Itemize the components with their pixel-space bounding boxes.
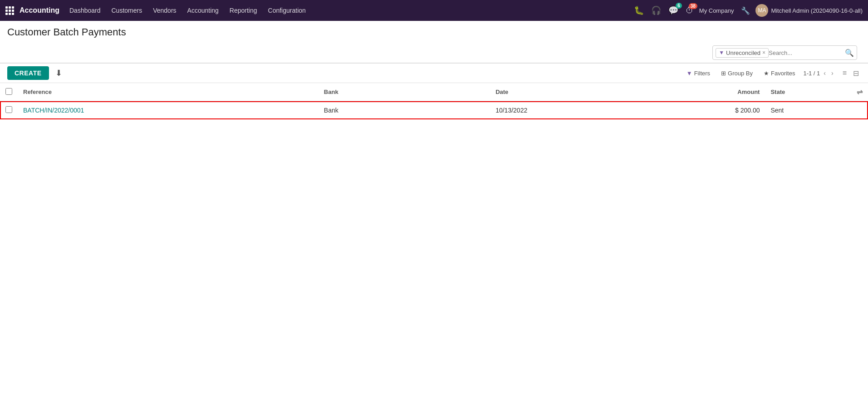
- app-brand[interactable]: Accounting: [5, 6, 59, 15]
- top-nav-icons: 🐛 🎧 💬 6 ⏱ 38 My Company 🔧 MA Mitchell Ad…: [632, 4, 863, 17]
- search-icon[interactable]: 🔍: [845, 49, 854, 57]
- avatar: MA: [755, 4, 768, 17]
- table-body: BATCH/IN/2022/0001 Bank 10/13/2022 $ 200…: [0, 101, 868, 119]
- clock-icon[interactable]: ⏱ 38: [684, 4, 696, 17]
- row-state: Sent: [765, 101, 851, 119]
- row-checkbox[interactable]: [5, 106, 12, 113]
- groupby-label: Group By: [728, 70, 753, 77]
- wrench-icon[interactable]: 🔧: [739, 5, 752, 17]
- nav-accounting[interactable]: Accounting: [183, 0, 223, 21]
- pagination-next[interactable]: ›: [829, 69, 835, 78]
- headset-icon[interactable]: 🎧: [649, 4, 663, 17]
- download-icon: ⬇: [55, 69, 62, 78]
- pivot-view-icon: ⊟: [853, 69, 859, 77]
- th-checkbox: [0, 83, 18, 101]
- table-container: Reference Bank Date Amount State ⇌ B: [0, 83, 868, 119]
- row-amount: $ 200.00: [662, 101, 765, 119]
- filter-tag-label: Unreconciled: [726, 49, 760, 56]
- page-header: Customer Batch Payments: [0, 21, 868, 38]
- company-name: My Company: [699, 7, 734, 14]
- filter-icon: ▼: [687, 70, 692, 77]
- user-name: Mitchell Admin (20204090-16-0-all): [771, 7, 863, 14]
- filter-tag-close-icon[interactable]: ×: [762, 49, 765, 56]
- main-content: Customer Batch Payments ▼ Unreconciled ×…: [0, 21, 868, 408]
- th-reference[interactable]: Reference: [18, 83, 319, 101]
- toolbar-right: ▼ Filters ⊞ Group By ★ Favorites 1-1 / 1…: [684, 68, 861, 79]
- app-name: Accounting: [20, 6, 59, 15]
- row-actions: [851, 101, 868, 119]
- list-view-icon: ≡: [843, 69, 847, 77]
- th-extra: ⇌: [851, 83, 868, 101]
- row-bank: Bank: [319, 101, 490, 119]
- th-amount[interactable]: Amount: [662, 83, 765, 101]
- nav-configuration[interactable]: Configuration: [264, 0, 310, 21]
- search-bar[interactable]: ▼ Unreconciled × 🔍: [712, 45, 857, 60]
- th-bank[interactable]: Bank: [319, 83, 490, 101]
- download-button[interactable]: ⬇: [53, 66, 65, 80]
- top-navigation: Accounting Dashboard Customers Vendors A…: [0, 0, 868, 21]
- nav-vendors[interactable]: Vendors: [148, 0, 181, 21]
- toolbar: CREATE ⬇ ▼ Filters ⊞ Group By ★ Favorite…: [0, 63, 868, 83]
- filters-button[interactable]: ▼ Filters: [684, 68, 713, 79]
- filter-funnel-icon: ▼: [719, 49, 724, 56]
- chat-badge: 6: [676, 3, 682, 9]
- user-profile[interactable]: MA Mitchell Admin (20204090-16-0-all): [755, 4, 863, 17]
- select-all-checkbox[interactable]: [5, 88, 12, 95]
- pagination: 1-1 / 1 ‹ ›: [803, 69, 835, 78]
- th-date[interactable]: Date: [490, 83, 662, 101]
- clock-badge: 38: [689, 3, 697, 9]
- favorites-label: Favorites: [771, 70, 795, 77]
- list-view-button[interactable]: ≡: [841, 68, 848, 78]
- row-reference[interactable]: BATCH/IN/2022/0001: [18, 101, 319, 119]
- nav-reporting[interactable]: Reporting: [225, 0, 262, 21]
- reference-link[interactable]: BATCH/IN/2022/0001: [23, 107, 84, 114]
- nav-dashboard[interactable]: Dashboard: [65, 0, 105, 21]
- favorites-button[interactable]: ★ Favorites: [761, 68, 798, 79]
- column-settings-icon[interactable]: ⇌: [857, 88, 863, 96]
- th-state[interactable]: State: [765, 83, 851, 101]
- groupby-icon: ⊞: [721, 70, 726, 77]
- pivot-view-button[interactable]: ⊟: [851, 68, 861, 79]
- pagination-text: 1-1 / 1: [803, 70, 820, 77]
- row-checkbox-cell: [0, 101, 18, 119]
- page-title: Customer Batch Payments: [7, 26, 861, 38]
- table-row[interactable]: BATCH/IN/2022/0001 Bank 10/13/2022 $ 200…: [0, 101, 868, 119]
- filter-tag-unreconciled[interactable]: ▼ Unreconciled ×: [716, 48, 769, 58]
- star-icon: ★: [764, 70, 769, 77]
- app-grid-icon: [5, 6, 14, 15]
- row-date: 10/13/2022: [490, 101, 662, 119]
- batch-payments-table: Reference Bank Date Amount State ⇌ B: [0, 83, 868, 119]
- view-buttons: ≡ ⊟: [841, 68, 861, 79]
- chat-icon[interactable]: 💬 6: [667, 4, 680, 17]
- bug-icon[interactable]: 🐛: [632, 4, 646, 17]
- pagination-prev[interactable]: ‹: [822, 69, 828, 78]
- table-header: Reference Bank Date Amount State ⇌: [0, 83, 868, 101]
- filters-label: Filters: [694, 70, 710, 77]
- create-button[interactable]: CREATE: [7, 66, 49, 80]
- search-input[interactable]: [769, 49, 845, 56]
- groupby-button[interactable]: ⊞ Group By: [718, 68, 755, 79]
- nav-customers[interactable]: Customers: [107, 0, 147, 21]
